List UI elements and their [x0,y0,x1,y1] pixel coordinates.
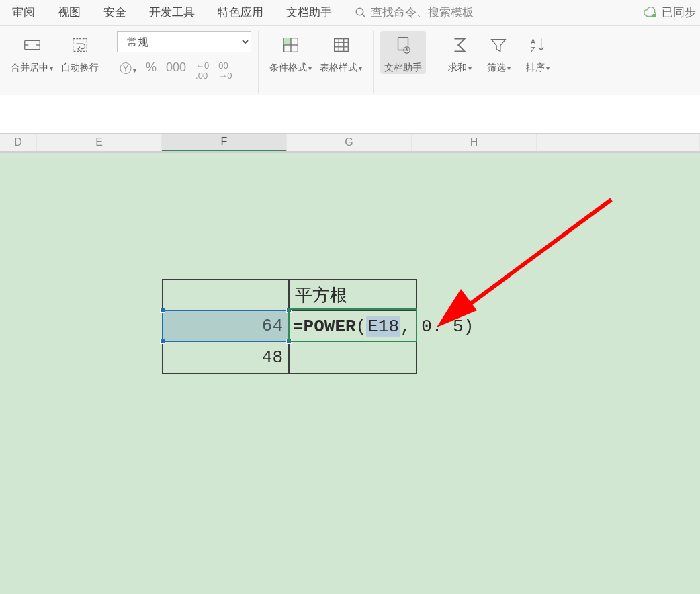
doc-helper-icon [392,34,414,56]
cond-format-icon [279,34,302,56]
svg-text:Z: Z [531,46,535,54]
col-header-E[interactable]: E [37,134,162,151]
column-headers-row: D E F G H [0,133,700,152]
sort-button[interactable]: AZ 排序▾ [518,31,557,74]
formula-text[interactable]: =POWER(E18, 0. 5) [293,316,474,337]
menu-review[interactable]: 审阅 [12,5,35,20]
merge-cells-button[interactable]: 合并居中▾ [7,31,57,74]
col-header-H[interactable]: H [412,134,537,151]
currency-button[interactable]: Ⓨ▾ [120,60,136,81]
doc-helper-label: 文档助手 [384,62,422,74]
ribbon-group-edit: 求和▾ 筛选▾ AZ 排序▾ [433,31,564,93]
increase-decimal-button[interactable]: ←0.00 [195,60,209,81]
top-menu-bar: 审阅 视图 安全 开发工具 特色应用 文档助手 查找命令、搜索模板 已同步 [0,0,700,26]
svg-line-1 [362,14,365,17]
wrap-label: 自动换行 [61,62,99,74]
merge-label: 合并居中 [11,62,48,73]
ribbon-group-align: 合并居中▾ 自动换行 [0,31,110,93]
svg-point-0 [356,8,363,15]
menu-doc-helper[interactable]: 文档助手 [286,5,332,20]
sync-status[interactable]: 已同步 [643,5,700,20]
cell-E17[interactable] [163,280,290,311]
comma-button[interactable]: 000 [166,60,186,81]
table-style-label: 表格样式 [320,62,357,73]
ribbon-group-styles: 条件格式▾ 表格样式▾ [259,31,374,93]
wrap-icon [69,34,91,56]
ribbon: 合并居中▾ 自动换行 常规 Ⓨ▾ % 000 ←0.00 00→0 条件格式▾ [0,26,700,95]
decrease-decimal-button[interactable]: 00→0 [218,60,232,81]
svg-line-20 [457,200,611,314]
doc-helper-button[interactable]: 文档助手 [380,31,426,74]
menu-security[interactable]: 安全 [103,5,126,20]
menu-devtools[interactable]: 开发工具 [149,5,195,20]
spreadsheet-grid[interactable]: 平方根 64 48 =POWER(E18, 0. 5) [0,152,700,594]
autosum-button[interactable]: 求和▾ [440,31,479,74]
table-style-button[interactable]: 表格样式▾ [316,31,366,74]
formula-bar-area [0,95,700,133]
conditional-format-button[interactable]: 条件格式▾ [265,31,316,74]
svg-text:A: A [531,38,536,46]
search-icon [355,7,367,19]
col-header-rest[interactable] [537,134,700,151]
filter-icon [487,34,510,56]
menu-featured[interactable]: 特色应用 [218,5,263,20]
ribbon-group-helper: 文档助手 [374,31,433,93]
formula-open: ( [356,316,367,337]
percent-button[interactable]: % [146,60,157,81]
col-header-G[interactable]: G [287,134,412,151]
col-header-D[interactable]: D [0,134,37,151]
cloud-sync-icon [643,7,658,19]
svg-point-2 [652,13,656,17]
formula-rest: , 0. 5) [400,316,474,337]
number-format-select[interactable]: 常规 [117,31,251,52]
menu-view[interactable]: 视图 [58,5,81,20]
svg-rect-11 [334,39,348,52]
sum-label: 求和 [448,62,467,73]
cell-E18[interactable]: 64 [163,311,290,342]
ribbon-group-number: 常规 Ⓨ▾ % 000 ←0.00 00→0 [110,31,259,93]
table-style-icon [330,34,353,56]
formula-fn: POWER [304,316,356,337]
merge-icon [21,34,44,56]
sync-label: 已同步 [662,5,696,20]
command-search[interactable]: 查找命令、搜索模板 [355,5,474,20]
sort-icon: AZ [526,34,549,56]
svg-rect-8 [283,38,290,45]
formula-ref: E18 [366,316,400,337]
cond-format-label: 条件格式 [269,62,307,73]
cell-E19[interactable]: 48 [163,342,290,373]
sum-icon [448,34,471,56]
cell-F19[interactable] [290,342,416,373]
cell-F17[interactable]: 平方根 [290,280,416,311]
filter-label: 筛选 [487,62,506,73]
wrap-text-button[interactable]: 自动换行 [57,31,103,74]
col-header-F[interactable]: F [162,134,287,151]
filter-button[interactable]: 筛选▾ [479,31,518,74]
formula-eq: = [293,316,304,337]
sort-label: 排序 [526,62,545,73]
search-placeholder: 查找命令、搜索模板 [371,5,474,20]
